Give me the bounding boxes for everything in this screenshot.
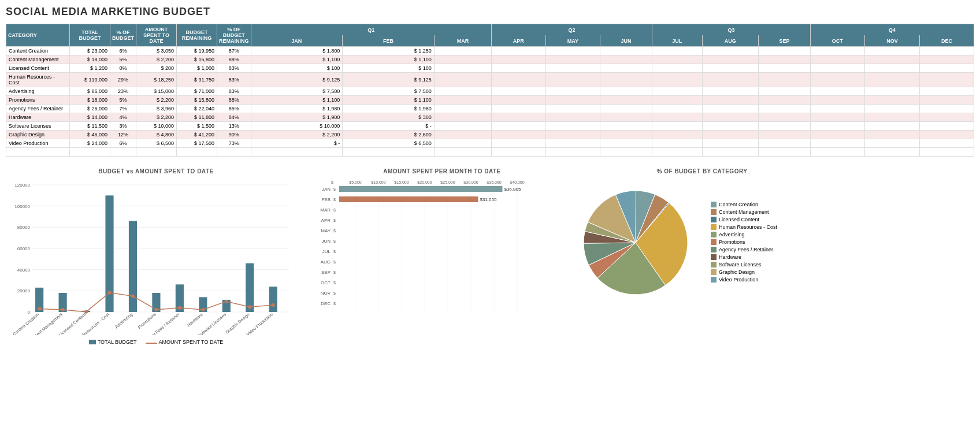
bar-chart-container: BUDGET vs AMOUNT SPENT TO DATE 020000400… bbox=[6, 168, 306, 345]
legend-spent-label: AMOUNT SPENT TO DATE bbox=[159, 339, 224, 345]
col-apr: APR bbox=[491, 35, 545, 47]
table-row: Hardware$ 14,0004%$ 2,200$ 11,80084%$ 1,… bbox=[6, 113, 974, 122]
pie-legend-item: Hardware bbox=[711, 254, 777, 260]
legend-spent-color bbox=[146, 343, 157, 344]
col-jun: JUN bbox=[600, 35, 652, 47]
svg-text:$10,000: $10,000 bbox=[371, 180, 385, 184]
svg-text:40000: 40000 bbox=[17, 268, 31, 273]
svg-point-54 bbox=[225, 300, 228, 303]
svg-text:Hardware: Hardware bbox=[186, 312, 204, 328]
svg-text:Advertising: Advertising bbox=[114, 312, 133, 330]
svg-text:$: $ bbox=[333, 187, 336, 191]
svg-text:$: $ bbox=[333, 208, 336, 212]
table-row: Human Resources - Cost$ 110,00029%$ 18,2… bbox=[6, 73, 974, 87]
svg-point-49 bbox=[108, 291, 112, 295]
col-nov: NOV bbox=[864, 35, 920, 47]
col-mar: MAR bbox=[434, 35, 491, 47]
pie-legend-item: Content Management bbox=[711, 209, 777, 215]
col-q4: Q4 bbox=[811, 24, 974, 36]
pie-legend-item: Content Creation bbox=[711, 202, 777, 207]
bar-chart-svg: 020000400006000080000100000120000Content… bbox=[6, 179, 306, 335]
col-q2: Q2 bbox=[491, 24, 652, 36]
svg-text:$30,000: $30,000 bbox=[463, 180, 478, 184]
svg-text:20000: 20000 bbox=[17, 288, 31, 294]
svg-text:JAN: JAN bbox=[322, 187, 331, 192]
svg-point-51 bbox=[154, 308, 158, 311]
pie-legend-item: Human Resources - Cost bbox=[711, 224, 777, 230]
svg-rect-77 bbox=[339, 186, 502, 192]
legend-spent: AMOUNT SPENT TO DATE bbox=[146, 339, 224, 345]
svg-rect-32 bbox=[246, 263, 254, 312]
svg-text:$: $ bbox=[333, 270, 336, 274]
col-jan: JAN bbox=[251, 35, 343, 47]
pie-legend-item: Software Licenses bbox=[711, 262, 777, 268]
svg-text:MAY: MAY bbox=[321, 228, 331, 233]
col-q3: Q3 bbox=[652, 24, 811, 36]
svg-point-53 bbox=[201, 308, 205, 311]
table-row: Promotions$ 18,0005%$ 2,200$ 15,80088%$ … bbox=[6, 96, 974, 105]
table-row: Licensed Content$ 1,2000%$ 200$ 1,00083%… bbox=[6, 64, 974, 73]
legend-total-budget: TOTAL BUDGET bbox=[89, 339, 137, 345]
svg-text:$35,000: $35,000 bbox=[487, 180, 501, 184]
col-pct-budget: % OF BUDGET bbox=[110, 24, 136, 47]
col-amount-spent: AMOUNT SPENT TO DATE bbox=[136, 24, 177, 47]
svg-point-55 bbox=[248, 305, 251, 309]
svg-point-52 bbox=[178, 306, 181, 310]
svg-text:Agency Fees / Retainer: Agency Fees / Retainer bbox=[142, 311, 180, 335]
svg-text:$15,000: $15,000 bbox=[394, 180, 409, 184]
svg-text:$: $ bbox=[333, 302, 336, 306]
pie-legend-item: Graphic Design bbox=[711, 269, 777, 275]
pie-wrap: Content CreationContent ManagementLicens… bbox=[578, 179, 826, 306]
table-row: Video Production$ 24,0006%$ 6,500$ 17,50… bbox=[6, 139, 974, 148]
svg-text:120000: 120000 bbox=[14, 183, 30, 188]
table-row: Graphic Design$ 46,00012%$ 4,800$ 41,200… bbox=[6, 131, 974, 139]
svg-text:MAR: MAR bbox=[320, 207, 331, 213]
col-total-budget: TOTAL BUDGET bbox=[70, 24, 110, 47]
svg-text:$5,000: $5,000 bbox=[349, 180, 362, 184]
svg-text:$: $ bbox=[333, 250, 336, 254]
svg-text:$40,000: $40,000 bbox=[510, 180, 524, 184]
svg-text:AUG: AUG bbox=[321, 259, 331, 265]
col-q1: Q1 bbox=[251, 24, 491, 36]
table-row: Content Creation$ 23,0006%$ 3,050$ 19,95… bbox=[6, 47, 974, 55]
svg-text:$: $ bbox=[333, 229, 336, 233]
bar-chart-legend: TOTAL BUDGET AMOUNT SPENT TO DATE bbox=[6, 339, 306, 345]
col-feb: FEB bbox=[343, 35, 435, 47]
svg-text:$25,000: $25,000 bbox=[440, 180, 455, 184]
table-row: Software Licenses$ 11,5003%$ 10,000$ 1,5… bbox=[6, 122, 974, 131]
svg-text:80000: 80000 bbox=[17, 225, 31, 230]
svg-text:$31,555: $31,555 bbox=[480, 197, 496, 202]
svg-text:$: $ bbox=[333, 239, 336, 243]
svg-text:SEP: SEP bbox=[321, 270, 331, 275]
pie-chart-container: % OF BUDGET BY CATEGORY Content Creation… bbox=[578, 168, 826, 306]
svg-point-50 bbox=[131, 295, 135, 298]
col-pct-remaining: % OF BUDGET REMAINING bbox=[217, 24, 251, 47]
svg-point-56 bbox=[272, 303, 275, 307]
charts-area: BUDGET vs AMOUNT SPENT TO DATE 020000400… bbox=[6, 168, 974, 345]
pie-legend-item: Agency Fees / Retainer bbox=[711, 247, 777, 252]
svg-text:Promotions: Promotions bbox=[137, 311, 157, 329]
svg-text:$20,000: $20,000 bbox=[417, 180, 432, 184]
col-budget-remaining: BUDGET REMAINING bbox=[177, 24, 217, 47]
pie-chart-svg bbox=[578, 179, 705, 306]
hbar-chart-svg: $$5,000$10,000$15,000$20,000$25,000$30,0… bbox=[312, 179, 566, 335]
legend-total-budget-label: TOTAL BUDGET bbox=[98, 339, 137, 345]
svg-text:NOV: NOV bbox=[321, 291, 331, 296]
svg-point-48 bbox=[84, 310, 88, 314]
svg-rect-34 bbox=[269, 287, 277, 312]
table-row: Advertising$ 86,00023%$ 15,000$ 71,00083… bbox=[6, 87, 974, 96]
bar-chart-title: BUDGET vs AMOUNT SPENT TO DATE bbox=[6, 168, 306, 174]
svg-text:$: $ bbox=[333, 291, 336, 295]
pie-legend-item: Promotions bbox=[711, 239, 777, 245]
col-may: MAY bbox=[545, 35, 600, 47]
svg-text:60000: 60000 bbox=[17, 246, 31, 251]
svg-text:$: $ bbox=[333, 198, 336, 202]
svg-point-47 bbox=[61, 308, 65, 311]
legend-total-budget-color bbox=[89, 340, 96, 344]
col-dec: DEC bbox=[920, 35, 974, 47]
pie-legend-item: Advertising bbox=[711, 232, 777, 237]
col-jul: JUL bbox=[652, 35, 703, 47]
col-sep: SEP bbox=[758, 35, 810, 47]
svg-text:$: $ bbox=[333, 281, 336, 285]
totals-row: TOTALS $ 377,700 $ 68,360 $ 309,340 $ 36… bbox=[6, 148, 974, 157]
